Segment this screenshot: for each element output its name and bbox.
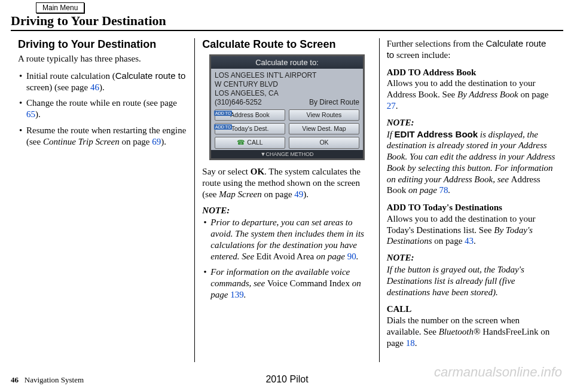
page-link[interactable]: 139 xyxy=(230,290,244,299)
text: . xyxy=(415,338,417,348)
screen-line: LOS ANGELES INT'L AIRPORT xyxy=(215,71,359,80)
addto-tag: ADD TO xyxy=(214,111,232,116)
text: ). xyxy=(99,82,105,92)
text: ). xyxy=(161,137,166,146)
page-link[interactable]: 43 xyxy=(465,236,474,246)
page-link[interactable]: 90 xyxy=(347,252,356,261)
screen-bottom-row: CALL OK xyxy=(215,137,359,149)
screen-btn-view-routes: View Routes xyxy=(289,109,359,121)
ref-title: By Address Book xyxy=(457,90,518,99)
ui-term: EDIT Address Book xyxy=(395,129,478,139)
list-item: Resume the route when restarting the eng… xyxy=(18,125,187,148)
text: . xyxy=(356,252,359,261)
text: If xyxy=(387,130,395,139)
screen-btn-view-dest-map: View Dest. Map xyxy=(289,123,359,134)
text: . xyxy=(244,290,246,299)
screen-titlebar: Calculate route to: xyxy=(211,56,363,69)
text: on page xyxy=(314,252,347,261)
text: on page xyxy=(518,90,549,99)
ref-title: Map Screen xyxy=(219,189,262,199)
col1-heading: Driving to Your Destination xyxy=(18,38,187,51)
list-item: Change the route while en route (see pag… xyxy=(18,97,187,120)
footer-left: 46 Navigation System xyxy=(11,375,84,385)
ui-term: Calculate route to xyxy=(115,71,186,81)
text: . xyxy=(396,101,398,111)
page-footer: 46 Navigation System 2010 Pilot xyxy=(11,375,563,385)
text: on page xyxy=(262,189,295,199)
column-2: Calculate Route to Screen Calculate rout… xyxy=(194,38,378,362)
section-addr-book: ADD TO Address Book Allows you to add th… xyxy=(387,67,556,112)
btn-label: Today's Dest. xyxy=(231,125,269,132)
subheading: CALL xyxy=(387,304,556,315)
text: Change the route while en route (see pag… xyxy=(26,98,177,108)
nav-screen-illustration: Calculate route to: LOS ANGELES INT'L AI… xyxy=(209,54,365,160)
note-text: If the button is grayed out, the Today's… xyxy=(387,264,556,298)
page-title: Driving to Your Destination xyxy=(11,13,563,31)
page-link[interactable]: 49 xyxy=(294,189,303,199)
list-item: Prior to departure, you can set areas to… xyxy=(202,217,371,262)
page-link[interactable]: 78 xyxy=(439,185,448,195)
ok-bold: OK xyxy=(251,167,264,176)
note-text: If EDIT Address Book is displayed, the d… xyxy=(387,129,556,197)
col2-para: Say or select OK. The system calculates … xyxy=(202,166,371,200)
screen-button-row: ADD TOToday's Dest. View Dest. Map xyxy=(215,123,359,134)
screen-line: W CENTURY BLVD xyxy=(215,80,359,89)
col1-list: Initial route calculation (Calculate rou… xyxy=(18,71,187,148)
page-link[interactable]: 65 xyxy=(26,109,35,119)
page-number: 46 xyxy=(11,375,19,384)
section-todays-dest: ADD TO Today's Destinations Allows you t… xyxy=(387,202,556,247)
text: on page xyxy=(406,185,439,195)
text: ). xyxy=(303,189,309,199)
note-label: NOTE: xyxy=(387,118,556,128)
text: Say or select xyxy=(202,167,250,176)
col1-intro: A route typically has three phases. xyxy=(18,53,187,65)
list-item: Initial route calculation (Calculate rou… xyxy=(18,71,187,93)
page-link[interactable]: 46 xyxy=(90,82,99,92)
col3-intro: Further selections from the Calculate ro… xyxy=(387,38,556,61)
main-menu-button[interactable]: Main Menu xyxy=(36,2,84,13)
ref-title: Edit Avoid Area xyxy=(257,252,314,261)
ref-title: Voice Command Index xyxy=(267,278,350,288)
ref-title: Continue Trip Screen xyxy=(43,137,120,146)
screen-phone: (310)646-5252 xyxy=(215,98,262,107)
system-name: Navigation System xyxy=(25,375,84,384)
screen-phone-row: (310)646-5252 By Direct Route xyxy=(215,98,359,107)
screen-btn-todays-dest: ADD TOToday's Dest. xyxy=(215,123,285,134)
btn-label: Address Book xyxy=(230,111,269,118)
page-link[interactable]: 18 xyxy=(406,338,415,348)
addto-tag: ADD TO xyxy=(214,124,232,130)
text: Further selections from the xyxy=(387,39,486,48)
footer-model: 2010 Pilot xyxy=(265,374,308,385)
note-label: NOTE: xyxy=(202,206,371,216)
col2-heading: Calculate Route to Screen xyxy=(202,38,371,51)
text: on page xyxy=(120,137,152,146)
subheading: ADD TO Today's Destinations xyxy=(387,202,556,213)
column-1: Driving to Your Destination A route typi… xyxy=(11,38,194,362)
column-3: Further selections from the Calculate ro… xyxy=(379,38,563,362)
screen-button-row: ADD TOAddress Book View Routes xyxy=(215,109,359,121)
ref-title: Bluetooth® xyxy=(439,327,481,336)
text: screen include: xyxy=(394,50,450,60)
subheading: ADD TO Address Book xyxy=(387,67,556,78)
screen-line: LOS ANGELES, CA xyxy=(215,89,359,98)
screen-body: LOS ANGELES INT'L AIRPORT W CENTURY BLVD… xyxy=(211,69,363,150)
col2-note-list: Prior to departure, you can set areas to… xyxy=(202,217,371,300)
page-link[interactable]: 27 xyxy=(387,101,396,111)
page-link[interactable]: 69 xyxy=(152,137,161,146)
screen-btn-ok: OK xyxy=(289,137,359,149)
section-call: CALL Dials the number on the screen when… xyxy=(387,304,556,348)
note-label: NOTE: xyxy=(387,253,556,263)
text: . xyxy=(474,236,476,246)
content-columns: Driving to Your Destination A route typi… xyxy=(11,38,563,362)
screen-btn-call: CALL xyxy=(215,137,285,149)
screen-footer: ▼CHANGE METHOD xyxy=(211,150,363,158)
text: on page xyxy=(432,236,465,246)
screen-route-method: By Direct Route xyxy=(309,98,359,107)
text: . xyxy=(448,185,451,195)
text: screen) (see page xyxy=(26,82,90,92)
list-item: For information on the available voice c… xyxy=(202,267,371,300)
text: ). xyxy=(35,109,41,119)
screen-btn-address-book: ADD TOAddress Book xyxy=(215,109,285,121)
text: Initial route calculation ( xyxy=(26,71,115,81)
